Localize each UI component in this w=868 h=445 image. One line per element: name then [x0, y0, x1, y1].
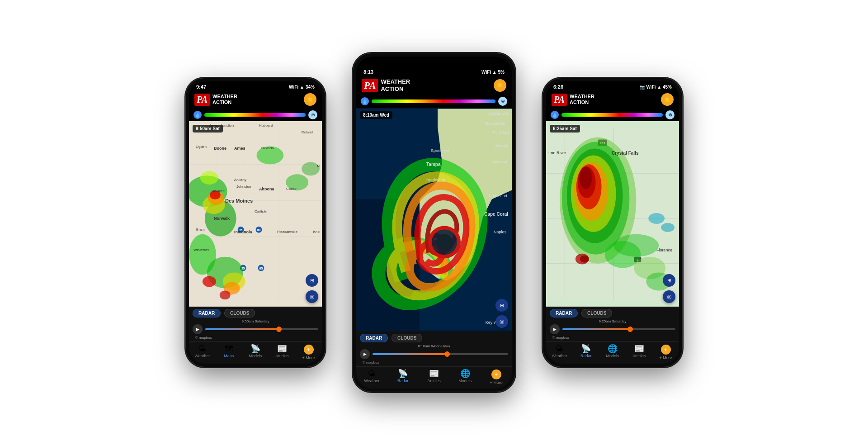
play-btn-left[interactable]: ▶ — [193, 324, 203, 334]
label-indianola: Indianola — [234, 230, 252, 234]
layers-btn-left[interactable]: ⊞ — [306, 274, 318, 287]
nav-maps-label-left: Maps — [224, 354, 234, 358]
svg-point-50 — [580, 166, 592, 189]
nav-maps-left[interactable]: 🗺 Maps — [216, 345, 242, 360]
nav-weather-middle[interactable]: 🌤 Weather — [356, 369, 387, 385]
radar-type-middle: RADAR CLOUDS — [360, 334, 508, 342]
play-btn-right[interactable]: ▶ — [550, 324, 560, 334]
nav-articles-label-middle: Articles — [427, 379, 441, 383]
label-springhill: Spring Hill — [431, 148, 449, 153]
layers-btn-right[interactable]: ⊞ — [663, 274, 675, 287]
map-bg-iowa: 35 80 35 65 — [189, 121, 322, 307]
logo-text-middle: WEATHER ACTION — [381, 78, 410, 92]
status-icons-right: 📷 WiFi ▲ 45% — [640, 85, 672, 90]
logo-text-left: WEATHER ACTION — [212, 94, 237, 105]
hurricane-svg — [356, 108, 512, 331]
articles-icon-left: 📰 — [277, 345, 287, 353]
layers-btn-middle[interactable]: ⊞ — [495, 299, 508, 312]
svg-text:141: 141 — [599, 141, 606, 145]
more-icon-left: + — [304, 345, 314, 355]
nav-radar-middle[interactable]: 📡 Radar — [387, 369, 419, 385]
map-bg-michigan: 141 2 — [546, 121, 679, 307]
label-capecoral: Cape Coral — [484, 212, 508, 217]
snow-icon-left: ❄ — [308, 110, 317, 119]
map-michigan[interactable]: 141 2 — [546, 121, 679, 307]
location-btn-middle[interactable]: ◎ — [495, 315, 508, 328]
label-waukee: Waukee — [212, 189, 225, 193]
clouds-btn-right[interactable]: CLOUDS — [581, 309, 612, 317]
track-left[interactable] — [205, 328, 318, 330]
map-hurricane[interactable]: Jacksonville Gainesville Palm Coa Spring… — [356, 108, 512, 331]
label-ankeny: Ankeny — [234, 178, 246, 182]
svg-point-20 — [223, 273, 245, 291]
label-colfax: Colfax — [286, 187, 297, 191]
thumb-left[interactable] — [276, 327, 282, 332]
nav-weather-left[interactable]: 🌤 Weather — [189, 345, 216, 360]
svg-rect-30 — [356, 199, 420, 331]
nav-models-left[interactable]: 📡 Models — [242, 345, 269, 360]
status-icons-left: WiFi ▲ 34% — [289, 85, 315, 90]
svg-rect-29 — [356, 109, 512, 331]
thumb-middle[interactable] — [444, 351, 450, 357]
logo-pa-middle: PA — [362, 79, 378, 92]
radar-btn-right[interactable]: RADAR — [550, 309, 578, 317]
label-kno: Kno — [313, 230, 320, 234]
sun-icon-left[interactable]: ☀️ — [304, 93, 316, 106]
thumb-right[interactable] — [627, 327, 633, 332]
svg-text:65: 65 — [259, 267, 263, 270]
iowa-map-svg: 35 80 35 65 — [189, 121, 322, 307]
weather-icon-middle: 🌤 — [368, 369, 376, 378]
nav-more-middle[interactable]: + + More — [481, 369, 512, 385]
models-icon-left: 📡 — [250, 345, 260, 353]
svg-point-49 — [578, 166, 596, 198]
label-bradenton: Bradenton — [426, 178, 445, 182]
nav-more-left[interactable]: + + More — [295, 345, 322, 360]
track-right[interactable] — [562, 328, 675, 330]
svg-point-17 — [207, 257, 243, 289]
clouds-btn-middle[interactable]: CLOUDS — [392, 334, 422, 342]
play-btn-middle[interactable]: ▶ — [360, 349, 370, 359]
snow-icon-right: ❄ — [665, 110, 675, 119]
nav-articles-middle[interactable]: 📰 Articles — [419, 369, 450, 385]
nav-models-middle[interactable]: 🌐 Models — [449, 369, 481, 385]
nav-weather-right[interactable]: 🌤 Weather — [546, 345, 573, 360]
clouds-btn-left[interactable]: CLOUDS — [224, 309, 255, 317]
app-header-middle: PA WEATHER ACTION ☀️ — [356, 76, 512, 95]
timeline-middle[interactable]: ▶ — [360, 348, 508, 360]
nav-more-right[interactable]: + + More — [652, 345, 679, 360]
svg-text:2: 2 — [637, 258, 638, 261]
label-jacksonville: Jacksonville — [487, 111, 509, 116]
timeline-left[interactable]: ▶ — [193, 323, 318, 335]
mapbox-middle: © mapbox — [360, 360, 508, 365]
timeline-right[interactable]: ▶ — [550, 323, 675, 335]
label-ames: Ames — [234, 146, 245, 151]
maps-icon-left: 🗺 — [225, 345, 233, 353]
nav-articles-left[interactable]: 📰 Articles — [269, 345, 295, 360]
timestamp-left: 9:50am Sat — [193, 125, 223, 133]
nav-articles-right[interactable]: 📰 Articles — [626, 345, 652, 360]
radar-btn-left[interactable]: RADAR — [193, 309, 221, 317]
map-iowa[interactable]: 35 80 35 65 — [189, 121, 322, 307]
sun-icon-right[interactable]: ☀️ — [661, 93, 674, 106]
radar-icon-middle: 📡 — [398, 369, 408, 378]
track-middle[interactable] — [373, 353, 508, 355]
svg-point-45 — [567, 148, 623, 243]
nav-radar-right[interactable]: 📡 Radar — [573, 345, 599, 360]
label-johnston: Johnston — [236, 185, 251, 189]
sun-icon-middle[interactable]: ☀️ — [494, 79, 506, 92]
notch-middle — [411, 57, 457, 67]
nav-bar-right: 🌤 Weather 📡 Radar 🌐 Models 📰 Articles + — [546, 341, 679, 364]
phone-right-screen: 6:26 📷 WiFi ▲ 45% PA WEATHER ACTION ☀️ — [546, 81, 679, 364]
logo-middle: PA WEATHER ACTION — [362, 78, 410, 92]
svg-point-19 — [203, 196, 225, 214]
phone-right: 6:26 📷 WiFi ▲ 45% PA WEATHER ACTION ☀️ — [542, 78, 683, 367]
nav-radar-label-middle: Radar — [397, 379, 409, 383]
nav-models-right[interactable]: 🌐 Models — [599, 345, 626, 360]
location-btn-right[interactable]: ◎ — [663, 290, 675, 303]
radar-btn-middle[interactable]: RADAR — [360, 334, 388, 342]
status-bar-right: 6:26 📷 WiFi ▲ 45% — [546, 81, 679, 90]
svg-point-23 — [224, 282, 240, 294]
svg-point-22 — [208, 191, 224, 205]
location-btn-left[interactable]: ◎ — [306, 290, 318, 303]
color-bar-left — [204, 113, 306, 117]
